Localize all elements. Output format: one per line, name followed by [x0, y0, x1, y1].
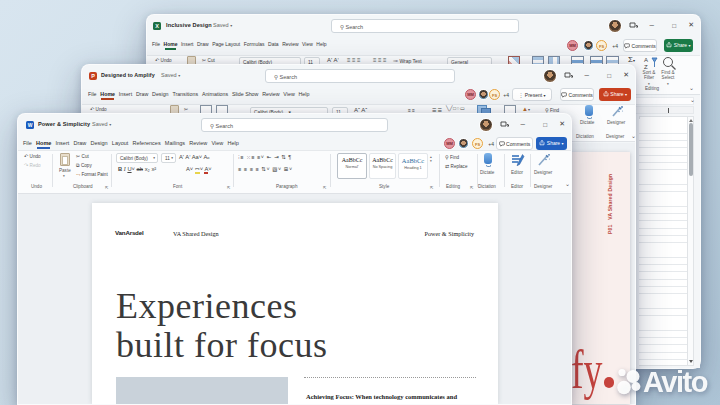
svg-text:A: A — [644, 57, 648, 63]
svg-text:Avito: Avito — [643, 366, 708, 398]
